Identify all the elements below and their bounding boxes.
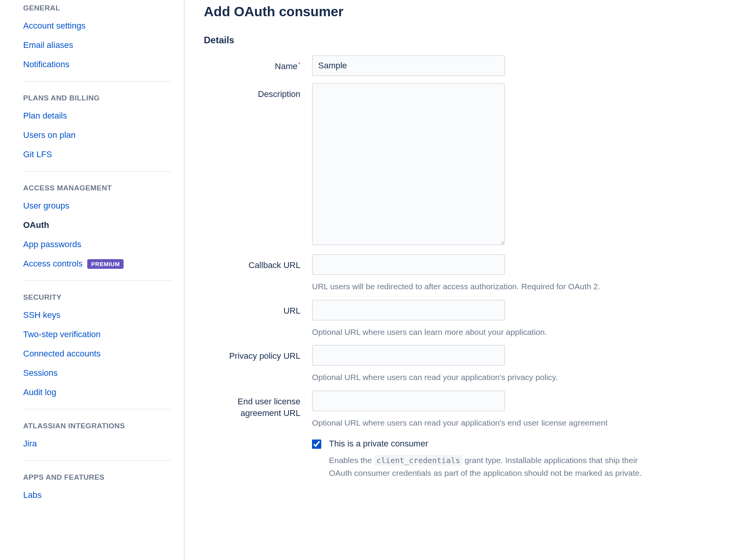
sidebar-item-label: Account settings bbox=[23, 21, 85, 31]
sidebar-divider bbox=[23, 280, 172, 281]
sidebar-item-app-passwords[interactable]: App passwords bbox=[23, 235, 172, 254]
description-label: Description bbox=[204, 83, 312, 100]
sidebar-item-label: OAuth bbox=[23, 220, 49, 230]
eula-url-label: End user license agreement URL bbox=[204, 390, 312, 420]
sidebar-section-plans: PLANS AND BILLING bbox=[23, 94, 172, 102]
eula-url-help: Optional URL where users can read your a… bbox=[312, 417, 667, 429]
private-consumer-label[interactable]: This is a private consumer bbox=[329, 439, 428, 448]
sidebar-item-connected-accounts[interactable]: Connected accounts bbox=[23, 344, 172, 363]
sidebar-item-git-lfs[interactable]: Git LFS bbox=[23, 145, 172, 164]
name-label: Name* bbox=[204, 55, 312, 73]
sidebar-item-label: User groups bbox=[23, 201, 70, 211]
sidebar-section-integrations: ATLASSIAN INTEGRATIONS bbox=[23, 422, 172, 430]
sidebar-item-label: App passwords bbox=[23, 239, 81, 249]
sidebar-section-general: GENERAL bbox=[23, 4, 172, 12]
sidebar-section-security: SECURITY bbox=[23, 293, 172, 302]
sidebar-item-plan-details[interactable]: Plan details bbox=[23, 106, 172, 126]
url-label: URL bbox=[204, 300, 312, 317]
privacy-url-help: Optional URL where users can read your a… bbox=[312, 371, 667, 384]
sidebar-item-label: Users on plan bbox=[23, 130, 76, 140]
callback-url-help: URL users will be redirected to after ac… bbox=[312, 280, 667, 293]
name-input[interactable] bbox=[312, 55, 505, 76]
main-content: Add OAuth consumer Details Name* Descrip… bbox=[185, 0, 746, 560]
callback-url-label: Callback URL bbox=[204, 254, 312, 272]
sidebar-divider bbox=[23, 409, 172, 409]
sidebar-item-user-groups[interactable]: User groups bbox=[23, 196, 172, 216]
sidebar-divider bbox=[23, 81, 172, 81]
sidebar-item-access-controls[interactable]: Access controls PREMIUM bbox=[23, 254, 172, 273]
sidebar-item-sessions[interactable]: Sessions bbox=[23, 363, 172, 383]
url-help: Optional URL where users can learn more … bbox=[312, 326, 667, 338]
sidebar-item-label: Notifications bbox=[23, 59, 70, 70]
sidebar-item-account-settings[interactable]: Account settings bbox=[23, 16, 172, 36]
sidebar-item-label: Sessions bbox=[23, 368, 58, 378]
settings-sidebar: GENERAL Account settings Email aliases N… bbox=[0, 0, 185, 560]
sidebar-item-ssh-keys[interactable]: SSH keys bbox=[23, 305, 172, 325]
required-asterisk: * bbox=[298, 61, 300, 67]
description-textarea[interactable] bbox=[312, 83, 505, 245]
premium-badge: PREMIUM bbox=[87, 259, 124, 269]
callback-url-input[interactable] bbox=[312, 254, 505, 275]
private-consumer-checkbox[interactable] bbox=[312, 440, 321, 449]
sidebar-divider bbox=[23, 171, 172, 171]
sidebar-item-label: SSH keys bbox=[23, 310, 61, 320]
sidebar-divider bbox=[23, 460, 172, 461]
sidebar-item-label: Plan details bbox=[23, 111, 67, 121]
private-consumer-help: Enables the client_credentials grant typ… bbox=[329, 454, 661, 479]
sidebar-item-audit-log[interactable]: Audit log bbox=[23, 383, 172, 402]
sidebar-item-email-aliases[interactable]: Email aliases bbox=[23, 36, 172, 55]
sidebar-item-label: Email aliases bbox=[23, 40, 73, 50]
sidebar-item-notifications[interactable]: Notifications bbox=[23, 55, 172, 74]
sidebar-item-users-on-plan[interactable]: Users on plan bbox=[23, 126, 172, 145]
client-credentials-code: client_credentials bbox=[374, 455, 463, 466]
sidebar-item-labs[interactable]: Labs bbox=[23, 485, 172, 505]
sidebar-item-label: Jira bbox=[23, 439, 37, 449]
sidebar-item-label: Two-step verification bbox=[23, 329, 101, 339]
page-title: Add OAuth consumer bbox=[204, 4, 723, 19]
sidebar-item-label: Connected accounts bbox=[23, 349, 101, 359]
sidebar-item-oauth[interactable]: OAuth bbox=[23, 216, 172, 235]
sidebar-item-label: Labs bbox=[23, 490, 42, 500]
url-input[interactable] bbox=[312, 300, 505, 321]
sidebar-item-jira[interactable]: Jira bbox=[23, 434, 172, 453]
sidebar-item-label: Git LFS bbox=[23, 149, 52, 160]
sidebar-item-label: Audit log bbox=[23, 387, 56, 397]
privacy-url-input[interactable] bbox=[312, 345, 505, 366]
privacy-url-label: Privacy policy URL bbox=[204, 345, 312, 362]
sidebar-section-access: ACCESS MANAGEMENT bbox=[23, 184, 172, 192]
panel-title: Details bbox=[204, 35, 723, 46]
eula-url-input[interactable] bbox=[312, 390, 505, 411]
sidebar-item-label: Access controls bbox=[23, 259, 83, 269]
sidebar-item-two-step[interactable]: Two-step verification bbox=[23, 325, 172, 344]
sidebar-section-apps: APPS AND FEATURES bbox=[23, 473, 172, 482]
